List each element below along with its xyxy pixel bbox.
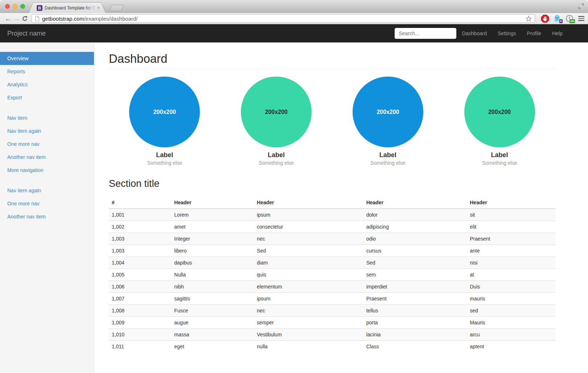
placeholder-sublabel: Something else — [444, 160, 555, 166]
table-cell: Fusce — [171, 305, 254, 317]
section-title: Section title — [109, 178, 555, 189]
placeholder-image-4: 200x200 — [464, 77, 535, 147]
fullscreen-icon[interactable] — [578, 3, 584, 9]
table-cell: quis — [254, 269, 363, 281]
table-cell: Praesent — [467, 233, 555, 245]
sidebar-item-more-navigation[interactable]: More navigation — [0, 164, 94, 177]
chrome-menu-icon[interactable] — [578, 16, 584, 21]
table-cell: aptent — [467, 341, 555, 353]
navbar-link-profile[interactable]: Profile — [522, 24, 547, 42]
table-cell: elit — [467, 221, 555, 233]
table-cell: mauris — [467, 293, 555, 305]
table-row: 1,004dapibusdiamSednisi — [109, 257, 555, 269]
table-cell: nec — [254, 233, 363, 245]
table-row: 1,010massaVestibulumlaciniaarcu — [109, 329, 555, 341]
table-cell: imperdiet — [363, 281, 467, 293]
placeholder-row: 200x200LabelSomething else200x200LabelSo… — [109, 77, 555, 166]
table-cell: Vestibulum — [254, 329, 363, 341]
close-window-button[interactable] — [5, 4, 10, 9]
table-cell: Lorem — [171, 209, 254, 221]
table-cell: Praesent — [363, 293, 467, 305]
table-row: 1,011egetnullaClassaptent — [109, 341, 555, 353]
ghostery-badge: 0 — [559, 19, 563, 24]
table-cell: libero — [171, 245, 254, 257]
table-cell: diam — [254, 257, 363, 269]
clock-extension-icon[interactable]: on — [565, 14, 574, 23]
table-cell: sagittis — [171, 293, 254, 305]
placeholder-label: Label — [109, 151, 221, 159]
brand[interactable]: Project name — [0, 30, 53, 37]
table-cell: cursus — [363, 245, 467, 257]
address-bar[interactable]: getbootstrap.com/examples/dashboard/ — [32, 14, 535, 23]
sidebar-item-analytics[interactable]: Analytics — [0, 78, 94, 91]
sidebar-item-reports[interactable]: Reports — [0, 65, 94, 78]
table-cell: ipsum — [254, 293, 363, 305]
table-cell: elementum — [254, 281, 363, 293]
sidebar-item-one-more-nav[interactable]: One more nav — [0, 197, 94, 210]
ghostery-extension-icon[interactable]: 0 — [553, 14, 562, 23]
sidebar-item-one-more-nav[interactable]: One more nav — [0, 138, 94, 151]
page-icon — [35, 16, 40, 21]
sidebar-item-export[interactable]: Export — [0, 91, 94, 104]
navbar-link-dashboard[interactable]: Dashboard — [456, 24, 492, 42]
table-cell: nulla — [254, 341, 363, 353]
table-cell: nibh — [171, 281, 254, 293]
bookmark-star-icon[interactable] — [526, 16, 532, 22]
table-row: 1,008Fuscenectellussed — [109, 305, 555, 317]
table-cell: Mauris — [467, 317, 555, 329]
sidebar-item-another-nav-item[interactable]: Another nav item — [0, 210, 94, 223]
table-cell: tellus — [363, 305, 467, 317]
table-cell: 1,010 — [109, 329, 171, 341]
placeholder-label: Label — [221, 151, 332, 159]
table-cell: Integer — [171, 233, 254, 245]
placeholder-sublabel: Something else — [221, 160, 332, 166]
placeholder-label: Label — [444, 151, 555, 159]
close-tab-icon[interactable]: × — [97, 5, 100, 11]
table-cell: Nulla — [171, 269, 254, 281]
minimize-window-button[interactable] — [13, 4, 17, 9]
sidebar-item-overview[interactable]: Overview — [0, 52, 94, 65]
table-cell: 1,008 — [109, 305, 171, 317]
navbar-link-settings[interactable]: Settings — [492, 24, 522, 42]
back-button[interactable]: ← — [4, 15, 12, 22]
forward-button[interactable]: → — [12, 15, 21, 22]
data-table: #HeaderHeaderHeaderHeader 1,001Loremipsu… — [109, 197, 555, 352]
adblock-extension-icon[interactable] — [540, 14, 549, 23]
sidebar-item-nav-item[interactable]: Nav item — [0, 111, 94, 124]
table-cell: sit — [467, 209, 555, 221]
table-cell: adipiscing — [363, 221, 467, 233]
navbar-link-help[interactable]: Help — [547, 24, 568, 42]
table-cell: amet — [171, 221, 254, 233]
table-cell: 1,006 — [109, 281, 171, 293]
search-input[interactable] — [395, 28, 456, 39]
reload-button[interactable] — [22, 16, 28, 22]
sidebar-item-another-nav-item[interactable]: Another nav item — [0, 151, 94, 164]
table-header: Header — [467, 197, 555, 209]
new-tab-button[interactable] — [109, 5, 124, 11]
table-cell: eget — [171, 341, 254, 353]
table-cell: 1,004 — [109, 257, 171, 269]
table-header: # — [109, 197, 171, 209]
zoom-window-button[interactable] — [20, 4, 25, 9]
table-cell: Class — [363, 341, 467, 353]
page-title: Dashboard — [109, 52, 555, 69]
sidebar-item-nav-item-again[interactable]: Nav item again — [0, 124, 94, 138]
table-cell: odio — [363, 233, 467, 245]
sidebar-item-nav-item-again[interactable]: Nav item again — [0, 184, 94, 197]
placeholder-card-1: 200x200LabelSomething else — [109, 77, 221, 166]
table-cell: 1,002 — [109, 221, 171, 233]
table-cell: 1,001 — [109, 209, 171, 221]
url-path: /examples/dashboard/ — [84, 16, 138, 22]
table-cell: sem — [363, 269, 467, 281]
placeholder-card-4: 200x200LabelSomething else — [444, 77, 555, 166]
placeholder-image-2: 200x200 — [241, 77, 312, 147]
browser-tab[interactable]: B Dashboard Template for Bo × — [28, 2, 106, 13]
placeholder-image-1: 200x200 — [129, 77, 200, 147]
navbar-links: DashboardSettingsProfileHelp — [456, 24, 568, 42]
table-cell: Sed — [363, 257, 467, 269]
sidebar-group-2: Nav itemNav item againOne more navAnothe… — [0, 111, 94, 177]
table-cell: massa — [171, 329, 254, 341]
window-controls — [5, 4, 25, 9]
table-cell: Sed — [254, 245, 363, 257]
placeholder-sublabel: Something else — [109, 160, 221, 166]
